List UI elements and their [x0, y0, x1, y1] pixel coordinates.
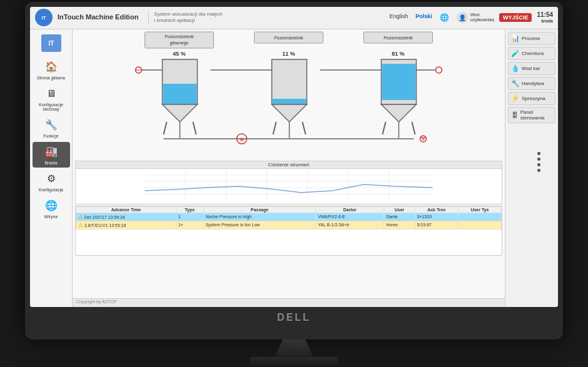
- translate-icon: 🌐: [437, 12, 452, 23]
- handytwa-icon: 🔧: [511, 79, 520, 88]
- alarm-col-time: Advance Time: [76, 206, 176, 213]
- monitor-btn-2[interactable]: [537, 158, 540, 161]
- spreszyna-icon: ⚡: [511, 94, 520, 103]
- sidebar-item-home[interactable]: 🏠 Strona główna: [33, 57, 70, 83]
- center-content: Poziomdzielnik głównego 45 %: [73, 29, 505, 307]
- svg-rect-22: [273, 99, 307, 104]
- right-sidebar-procese[interactable]: 📊 Procese: [508, 32, 555, 45]
- svg-text:Poziomdzielnik: Poziomdzielnik: [383, 36, 413, 40]
- user-label: Wloc.użytkownika: [470, 13, 494, 23]
- language-selector: English Polski 🌐: [387, 12, 452, 23]
- warning-icon: ⚠: [78, 214, 83, 220]
- sidebar-item-config[interactable]: ⚙ Konfiguracja: [33, 169, 70, 194]
- svg-text:Poziomdzielnik: Poziomdzielnik: [274, 36, 303, 40]
- alarm-table: Advance Time Typs Passage Dartor User Ac…: [76, 206, 502, 229]
- alarm-col-passage: Passage: [203, 206, 316, 213]
- user-icon: 👤: [457, 12, 468, 23]
- svg-rect-46: [145, 169, 433, 200]
- svg-text:45 %: 45 %: [173, 51, 186, 57]
- monitor-base: [250, 357, 338, 366]
- chart-section: Ciśnienie strumień: [75, 161, 502, 204]
- alarm-row: ⚠ Del 2/07/17 13:54:24 1 Noche Pressure …: [76, 213, 502, 221]
- chart-title: Ciśnienie strumień: [76, 161, 502, 169]
- svg-text:11 %: 11 %: [282, 51, 295, 57]
- logout-button[interactable]: WYJŚCIE: [499, 13, 532, 22]
- svg-text:głównego: głównego: [170, 41, 189, 46]
- chart-svg: [76, 169, 502, 200]
- svg-text:81 %: 81 %: [392, 51, 405, 57]
- factory-icon: 🏭: [44, 144, 59, 159]
- config-icon: ⚙: [44, 171, 59, 186]
- svg-text:Poziomdzielnik: Poziomdzielnik: [165, 34, 194, 39]
- svg-rect-21: [272, 59, 307, 104]
- alarm-col-usertys: User Tys: [458, 206, 501, 213]
- alarm-col-dartor: Dartor: [316, 206, 384, 213]
- right-sidebar: 📊 Procese 🧪 Chemtura 💧 Wod kar 🔧 Handytw…: [505, 29, 558, 307]
- svg-rect-35: [382, 64, 416, 100]
- app-logo: IT: [35, 9, 53, 26]
- left-sidebar: IT 🏠 Strona główna 🖥 Konfiguracje siecio…: [30, 29, 73, 307]
- app-subtitle: System wizualizacji dla małych i średnic…: [148, 11, 223, 23]
- right-sidebar-panel[interactable]: 🎛 Panel sterowania: [508, 107, 555, 123]
- right-sidebar-chemtura[interactable]: 🧪 Chemtura: [508, 47, 555, 60]
- sidebar-item-brasta[interactable]: 🏭 Brasta: [33, 142, 70, 168]
- svg-rect-11: [163, 84, 197, 104]
- app-title: InTouch Machine Edition: [58, 13, 138, 21]
- alarm-col-type: Typs: [176, 206, 203, 213]
- dell-brand: DELL: [277, 312, 311, 323]
- home-icon: 🏠: [44, 59, 59, 74]
- svg-text:⊕: ⊕: [240, 136, 245, 143]
- user-area: 👤 Wloc.użytkownika: [457, 12, 494, 23]
- chemtura-icon: 🧪: [511, 49, 520, 58]
- sidebar-item-functions[interactable]: 🔧 Funkcje: [33, 115, 70, 141]
- alarm-section: Advance Time Typs Passage Dartor User Ac…: [75, 206, 502, 256]
- process-area: Poziomdzielnik głównego 45 %: [73, 29, 505, 298]
- copyright: Copyright by ADTOP: [73, 298, 505, 307]
- monitor-btn-4[interactable]: [537, 169, 540, 172]
- svg-text:IT: IT: [48, 40, 54, 47]
- globe-icon: 🌐: [44, 198, 59, 213]
- functions-icon: 🔧: [44, 118, 59, 133]
- clock: 11:54 środa: [537, 11, 553, 24]
- warning-icon: ⚠: [78, 222, 83, 228]
- right-sidebar-wodkar[interactable]: 💧 Wod kar: [508, 62, 555, 75]
- network-icon: 🖥: [44, 86, 59, 101]
- alarm-col-ack: Ack Tree: [415, 206, 458, 213]
- alarm-col-user: User: [384, 206, 415, 213]
- lang-pl[interactable]: Polski: [413, 12, 435, 23]
- topbar: IT InTouch Machine Edition System wizual…: [30, 7, 558, 29]
- sidebar-item-wlryne[interactable]: 🌐 Wlryne: [33, 196, 70, 221]
- sidebar-item-network[interactable]: 🖥 Konfiguracje sieciowy: [33, 84, 70, 114]
- monitor-btn-3[interactable]: [537, 163, 540, 166]
- alarm-row: ⚠ 2.8/T/D1/V1 13:53:19 1+ System Pressur…: [76, 221, 502, 229]
- process-diagram: Poziomdzielnik głównego 45 %: [73, 29, 505, 161]
- monitor-btn-1[interactable]: [537, 152, 540, 155]
- panel-icon: 🎛: [511, 111, 519, 119]
- lang-en[interactable]: English: [387, 12, 411, 23]
- sidebar-logo: IT: [38, 32, 65, 54]
- monitor-stand: [275, 339, 313, 357]
- right-sidebar-spreszyna[interactable]: ⚡ Spreszyna: [508, 92, 555, 105]
- wodkar-icon: 💧: [511, 64, 520, 73]
- right-sidebar-handytwa[interactable]: 🔧 Handytwa: [508, 77, 555, 90]
- monitor-buttons: [537, 152, 540, 172]
- procese-icon: 📊: [511, 34, 520, 43]
